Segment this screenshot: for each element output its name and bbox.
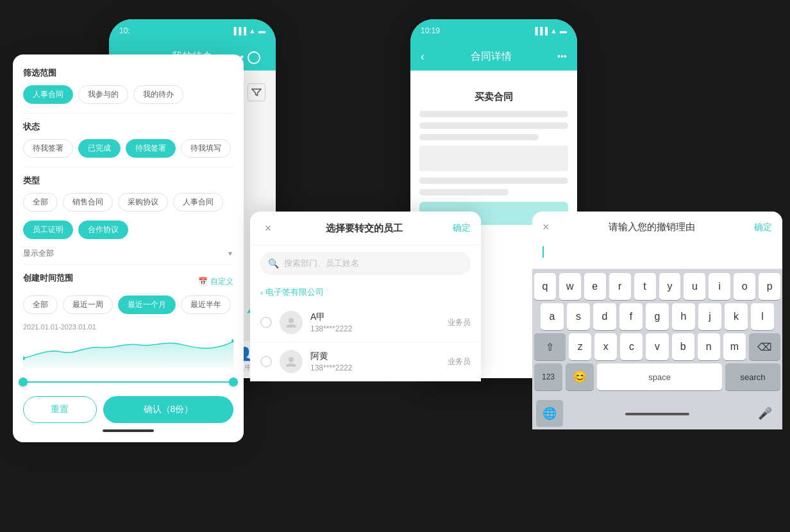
filter-tag-sales[interactable]: 销售合同 [63,193,113,212]
key-d[interactable]: d [593,303,616,330]
key-c[interactable]: c [620,333,643,360]
filter-tags-range: 人事合同 我参与的 我的待办 [23,85,233,104]
range-thumb-left[interactable] [19,378,28,387]
custom-date-label[interactable]: 📅 自定义 [198,276,233,287]
key-f[interactable]: f [619,303,643,330]
employee-radio-1[interactable] [260,356,272,367]
keyboard-confirm-button[interactable]: 确定 [754,222,772,233]
keyboard-header: × 请输入您的撤销理由 确定 [532,212,782,269]
company-name: 电子签有限公司 [265,287,324,298]
chevron-left-icon: ‹ [260,288,263,297]
reset-button[interactable]: 重置 [23,396,97,423]
key-o[interactable]: o [734,273,755,300]
employee-modal: × 选择要转交的员工 确定 🔍 搜索部门、员工姓名 ‹ 电子签有限公司 A甲 1… [250,212,481,381]
key-j[interactable]: j [698,303,721,330]
contract-title: 买卖合同 [419,81,568,111]
filter-tag-waiting-sign[interactable]: 待我签署 [126,139,176,158]
modal-title: 选择要转交的员工 [326,222,403,235]
filter-tag-completed[interactable]: 已完成 [78,139,121,158]
filter-tags-status: 待我签署 已完成 待我签署 待我填写 [23,139,233,158]
key-m[interactable]: m [723,333,746,360]
key-h[interactable]: h [672,303,695,330]
filter-tag-hr-contract[interactable]: 人事合同 [23,85,73,104]
employee-item-1[interactable]: 阿黄 138****2222 业务员 [250,342,481,381]
filter-panel: 筛选范围 人事合同 我参与的 我的待办 状态 待我签署 已完成 待我签署 待我填… [13,54,244,442]
filter-tag-date-all[interactable]: 全部 [23,295,58,314]
phone-right-time: 10:19 [421,26,440,35]
employee-role-0: 业务员 [448,317,471,328]
kb-row-2: a s d f g h j k l [534,303,780,330]
key-n[interactable]: n [698,333,720,360]
key-b[interactable]: b [672,333,694,360]
key-s[interactable]: s [567,303,590,330]
key-p[interactable]: p [759,273,780,300]
backspace-key[interactable]: ⌫ [749,333,780,360]
show-all-btn[interactable]: 显示全部 [23,248,54,259]
employee-avatar-1 [280,350,303,373]
text-input-area[interactable] [542,240,772,263]
key-k[interactable]: k [725,303,748,330]
range-thumb-right[interactable] [229,378,238,387]
key-v[interactable]: v [646,333,668,360]
key-t[interactable]: t [634,273,656,300]
key-i[interactable]: i [709,273,730,300]
date-range-text: 2021.01.01-2023.01.01 [23,323,233,331]
key-q[interactable]: q [534,273,556,300]
num-key[interactable]: 123 [534,363,562,390]
key-w[interactable]: w [559,273,581,300]
filter-tag-employee-cert[interactable]: 员工证明 [23,220,73,239]
filter-tag-date-week[interactable]: 最近一周 [63,295,113,314]
filter-tag-my-todo[interactable]: 我的待办 [133,85,183,104]
battery-icon: ▬ [258,27,265,35]
search-icon: 🔍 [268,258,279,269]
range-slider[interactable] [23,376,233,388]
filter-tags-date: 全部 最近一周 最近一个月 最近半年 [23,295,233,314]
confirm-button[interactable]: 确认（8份） [103,396,233,423]
company-breadcrumb[interactable]: ‹ 电子签有限公司 [250,281,481,303]
keyboard-header-row: × 请输入您的撤销理由 确定 [542,220,772,234]
key-z[interactable]: z [569,333,591,360]
filter-icon[interactable] [248,83,265,101]
key-x[interactable]: x [594,333,617,360]
filter-tag-cooperation[interactable]: 合作协议 [78,220,128,239]
filter-tag-all[interactable]: 全部 [23,193,58,212]
nav-target-icon[interactable] [248,51,260,64]
filter-tag-date-month[interactable]: 最近一个月 [118,295,176,314]
key-g[interactable]: g [646,303,669,330]
employee-search-bar[interactable]: 🔍 搜索部门、员工姓名 [260,252,471,275]
key-u[interactable]: u [684,273,705,300]
back-icon[interactable]: ‹ [421,50,424,63]
filter-tag-purchase[interactable]: 采购协议 [118,193,168,212]
shift-key[interactable]: ⇧ [534,333,566,360]
mic-key[interactable]: 🎤 [752,400,778,427]
globe-key[interactable]: 🌐 [536,400,563,427]
emoji-key[interactable]: 😊 [566,363,594,390]
space-key[interactable]: space [597,363,722,390]
key-r[interactable]: r [609,273,631,300]
employee-radio-0[interactable] [260,317,272,328]
kb-bottom-row: 🌐 🎤 [532,397,782,429]
divider-1 [23,113,233,113]
key-a[interactable]: a [541,303,564,330]
modal-close-button[interactable]: × [260,220,276,236]
filter-tag-hr[interactable]: 人事合同 [173,193,223,212]
employee-item-0[interactable]: A甲 138****2222 业务员 [250,303,481,342]
filter-tag-pending-sign[interactable]: 待我签署 [23,139,73,158]
range-track [23,381,233,383]
key-l[interactable]: l [751,303,774,330]
nav-more-icon[interactable]: ••• [557,51,567,62]
filter-buttons: 重置 确认（8份） [23,396,233,423]
keyboard-close-button[interactable]: × [542,220,550,234]
calendar-icon: 📅 [198,277,208,286]
search-key[interactable]: search [725,363,780,390]
modal-confirm-button[interactable]: 确定 [453,222,471,234]
filter-tag-participated[interactable]: 我参与的 [78,85,128,104]
phone-left-status-icons: ▐▐▐ ▲ ▬ [231,27,265,35]
battery-icon-r: ▬ [560,27,567,35]
signal-icon-r: ▐▐▐ [533,27,548,35]
filter-tag-waiting-fill[interactable]: 待我填写 [181,139,231,158]
key-e[interactable]: e [584,273,606,300]
signal-icon: ▐▐▐ [231,27,246,35]
filter-tag-date-halfyear[interactable]: 最近半年 [181,295,231,314]
key-y[interactable]: y [659,273,681,300]
